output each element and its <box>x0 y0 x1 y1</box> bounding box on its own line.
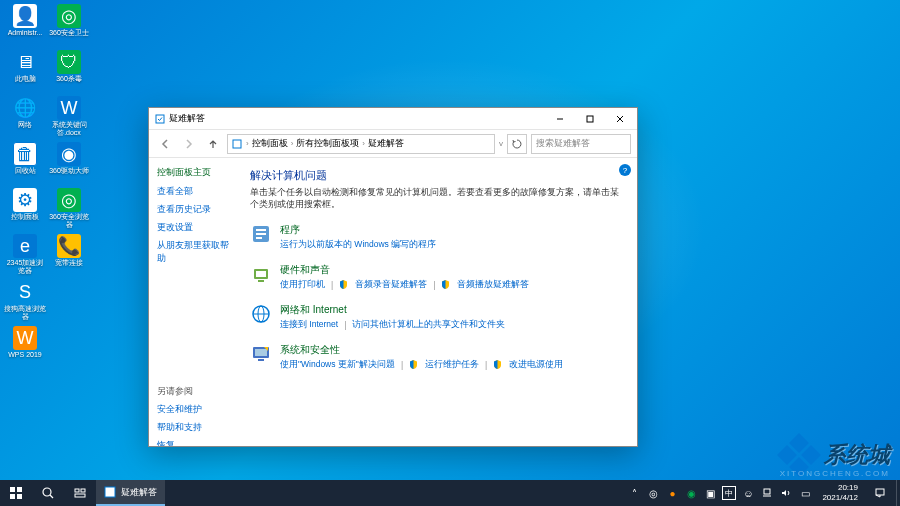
category-item: 程序 运行为以前版本的 Windows 编写的程序 <box>250 223 623 251</box>
desktop-icon-label: 360驱动大师 <box>49 167 89 175</box>
desktop-icon[interactable]: W系统关键问答.docx <box>48 96 90 142</box>
svg-rect-27 <box>75 494 85 497</box>
desktop-icon-glyph: 🛡 <box>57 50 81 74</box>
window-title: 疑难解答 <box>169 112 545 125</box>
desktop-icon[interactable]: 📞宽带连接 <box>48 234 90 280</box>
titlebar[interactable]: 疑难解答 <box>149 108 637 130</box>
desktop-icon[interactable]: ◎360安全浏览器 <box>48 188 90 234</box>
maximize-button[interactable] <box>575 109 605 129</box>
tray-ime-icon[interactable]: 中 <box>722 486 736 500</box>
svg-rect-17 <box>255 349 267 356</box>
tray-network-icon[interactable] <box>760 486 774 500</box>
clock-time: 20:19 <box>822 483 858 493</box>
breadcrumb[interactable]: › 控制面板 › 所有控制面板项 › 疑难解答 <box>227 134 495 154</box>
tray-chevron-icon[interactable]: ˄ <box>627 486 641 500</box>
content-area: ? 解决计算机问题 单击某个任务以自动检测和修复常见的计算机问题。若要查看更多的… <box>244 158 637 446</box>
tray-ime-mode-icon[interactable]: ☺ <box>741 486 755 500</box>
desktop-icon-label: 360杀毒 <box>56 75 82 83</box>
svg-rect-28 <box>105 487 115 497</box>
search-button[interactable] <box>32 480 64 506</box>
category-title[interactable]: 程序 <box>280 223 623 237</box>
troubleshoot-window: 疑难解答 <box>148 107 638 447</box>
desktop-icon-glyph: 👤 <box>13 4 37 28</box>
category-link[interactable]: 改进电源使用 <box>509 359 563 371</box>
minimize-button[interactable] <box>545 109 575 129</box>
desktop-icon[interactable]: ◎360安全卫士 <box>48 4 90 50</box>
navbar: › 控制面板 › 所有控制面板项 › 疑难解答 v 搜索疑难解答 <box>149 130 637 158</box>
content-desc: 单击某个任务以自动检测和修复常见的计算机问题。若要查看更多的故障修复方案，请单击… <box>250 187 623 211</box>
show-desktop-button[interactable] <box>896 480 900 506</box>
desktop-icon[interactable]: 🌐网络 <box>4 96 46 142</box>
svg-rect-18 <box>258 359 264 361</box>
desktop-icon[interactable]: 🖥此电脑 <box>4 50 46 96</box>
taskbar-task-troubleshoot[interactable]: 疑难解答 <box>96 480 165 506</box>
desktop-icon-label: 2345加速浏览器 <box>4 259 46 274</box>
clock-date: 2021/4/12 <box>822 493 858 503</box>
tray-app-icon[interactable]: ◉ <box>684 486 698 500</box>
desktop-icon-glyph: 🖥 <box>13 50 37 74</box>
category-link[interactable]: 音频播放疑难解答 <box>457 279 529 291</box>
svg-rect-8 <box>256 233 266 235</box>
desktop-icon-label: 搜狗高速浏览器 <box>4 305 46 320</box>
tray-keyboard-icon[interactable]: ▭ <box>798 486 812 500</box>
start-button[interactable] <box>0 480 32 506</box>
system-tray: ˄ ◎ ● ◉ ▣ 中 ☺ ▭ <box>623 486 816 500</box>
desktop-icon-glyph: e <box>13 234 37 258</box>
desktop-icon[interactable]: WWPS 2019 <box>4 326 46 372</box>
search-input[interactable]: 搜索疑难解答 <box>531 134 631 154</box>
category-title[interactable]: 硬件和声音 <box>280 263 623 277</box>
notification-button[interactable] <box>864 480 896 506</box>
svg-rect-21 <box>10 494 15 499</box>
breadcrumb-item[interactable]: 疑难解答 <box>368 137 404 150</box>
sidebar-link[interactable]: 查看历史记录 <box>157 203 236 216</box>
taskbar-clock[interactable]: 20:19 2021/4/12 <box>816 483 864 502</box>
nav-forward-button[interactable] <box>179 134 199 154</box>
desktop-icon[interactable]: e2345加速浏览器 <box>4 234 46 280</box>
sidebar-seealso-link[interactable]: 恢复 <box>157 439 236 446</box>
sidebar-home-link[interactable]: 控制面板主页 <box>157 166 236 179</box>
svg-rect-11 <box>256 271 266 277</box>
svg-rect-2 <box>587 116 593 122</box>
nav-up-button[interactable] <box>203 134 223 154</box>
sidebar-seealso-link[interactable]: 安全和维护 <box>157 403 236 416</box>
category-link[interactable]: 使用打印机 <box>280 279 325 291</box>
tray-volume-icon[interactable] <box>779 486 793 500</box>
category-icon <box>250 303 272 325</box>
sidebar-seealso-link[interactable]: 帮助和支持 <box>157 421 236 434</box>
category-link[interactable]: 音频录音疑难解答 <box>355 279 427 291</box>
category-link[interactable]: 运行维护任务 <box>425 359 479 371</box>
desktop-icon[interactable]: 🗑回收站 <box>4 142 46 188</box>
desktop-icon[interactable]: ◉360驱动大师 <box>48 142 90 188</box>
svg-rect-22 <box>17 494 22 499</box>
desktop-icon-label: WPS 2019 <box>8 351 41 359</box>
close-button[interactable] <box>605 109 635 129</box>
sidebar-link[interactable]: 从朋友那里获取帮助 <box>157 239 236 265</box>
tray-app-icon[interactable]: ▣ <box>703 486 717 500</box>
tray-app-icon[interactable]: ● <box>665 486 679 500</box>
category-title[interactable]: 网络和 Internet <box>280 303 623 317</box>
category-item: 系统和安全性 使用"Windows 更新"解决问题|运行维护任务|改进电源使用 <box>250 343 623 371</box>
category-link[interactable]: 运行为以前版本的 Windows 编写的程序 <box>280 239 436 251</box>
desktop-icon-glyph: W <box>57 96 81 120</box>
desktop-icon[interactable]: S搜狗高速浏览器 <box>4 280 46 326</box>
category-link[interactable]: 连接到 Internet <box>280 319 338 331</box>
desktop-icon[interactable]: 👤Administr... <box>4 4 46 50</box>
help-button[interactable]: ? <box>619 164 631 176</box>
nav-back-button[interactable] <box>155 134 175 154</box>
sidebar-link[interactable]: 查看全部 <box>157 185 236 198</box>
nav-refresh-button[interactable] <box>507 134 527 154</box>
window-icon <box>155 114 165 124</box>
breadcrumb-item[interactable]: 所有控制面板项 <box>296 137 359 150</box>
desktop-icon[interactable]: 🛡360杀毒 <box>48 50 90 96</box>
breadcrumb-item[interactable]: 控制面板 <box>252 137 288 150</box>
task-label: 疑难解答 <box>121 486 157 499</box>
category-link[interactable]: 访问其他计算机上的共享文件和文件夹 <box>352 319 505 331</box>
sidebar-link[interactable]: 更改设置 <box>157 221 236 234</box>
category-link[interactable]: 使用"Windows 更新"解决问题 <box>280 359 395 371</box>
taskview-button[interactable] <box>64 480 96 506</box>
svg-point-23 <box>43 488 51 496</box>
desktop-icon-label: 控制面板 <box>11 213 39 221</box>
tray-app-icon[interactable]: ◎ <box>646 486 660 500</box>
category-title[interactable]: 系统和安全性 <box>280 343 623 357</box>
desktop-icon[interactable]: ⚙控制面板 <box>4 188 46 234</box>
